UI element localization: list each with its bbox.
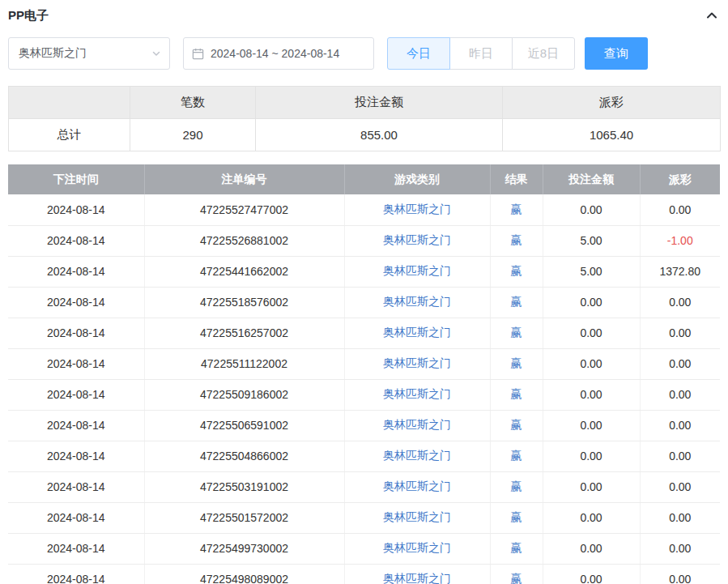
summary-total-payout: 1065.40 — [503, 119, 721, 151]
bet-id-cell: 47225518576002 — [144, 287, 344, 318]
column-header-bet-id: 注单编号 — [144, 164, 344, 194]
result-cell: 赢 — [490, 533, 543, 564]
last-8-days-button[interactable]: 近8日 — [512, 37, 575, 70]
result-cell: 赢 — [490, 225, 543, 256]
bet-amount-cell: 0.00 — [543, 287, 640, 318]
bet-id-cell: 47225504866002 — [144, 441, 344, 471]
bet-table-header-row: 下注时间 注单编号 游戏类别 结果 投注金额 派彩 — [8, 164, 720, 194]
game-category-cell[interactable]: 奥林匹斯之门 — [344, 348, 490, 379]
payout-cell: 0.00 — [640, 564, 720, 584]
table-row: 2024-08-1447225503191002奥林匹斯之门赢0.000.00 — [8, 471, 720, 502]
game-category-cell[interactable]: 奥林匹斯之门 — [344, 441, 490, 471]
panel-header: PP电子 — [8, 6, 720, 24]
summary-table: 笔数 投注金额 派彩 总计 290 855.00 1065.40 — [8, 86, 721, 151]
chevron-down-icon — [151, 49, 161, 58]
bet-id-cell: 47225498089002 — [144, 564, 344, 584]
game-select[interactable]: 奥林匹斯之门 — [8, 37, 170, 70]
bet-amount-cell: 0.00 — [543, 194, 640, 225]
bet-id-cell: 47225503191002 — [144, 471, 344, 502]
payout-cell: 0.00 — [640, 533, 720, 564]
summary-header-bet-amount: 投注金额 — [256, 87, 503, 119]
bet-table-body: 2024-08-1447225527477002奥林匹斯之门赢0.000.002… — [8, 194, 720, 584]
game-category-cell[interactable]: 奥林匹斯之门 — [344, 564, 490, 584]
table-row: 2024-08-1447225501572002奥林匹斯之门赢0.000.00 — [8, 502, 720, 533]
table-row: 2024-08-1447225527477002奥林匹斯之门赢0.000.00 — [8, 194, 720, 225]
bet-time-cell: 2024-08-14 — [8, 318, 144, 348]
today-button[interactable]: 今日 — [387, 37, 450, 70]
payout-cell: 1372.80 — [640, 256, 720, 287]
page-title: PP电子 — [8, 8, 49, 23]
bet-id-cell: 47225499730002 — [144, 533, 344, 564]
result-cell: 赢 — [490, 471, 543, 502]
pp-electronic-panel: PP电子 奥林匹斯之门 2024-08-14 ~ 2024-08-14 今日 — [0, 0, 728, 584]
bet-amount-cell: 5.00 — [543, 256, 640, 287]
result-cell: 赢 — [490, 318, 543, 348]
result-cell: 赢 — [490, 564, 543, 584]
game-category-cell[interactable]: 奥林匹斯之门 — [344, 379, 490, 410]
table-row: 2024-08-1447225441662002奥林匹斯之门赢5.001372.… — [8, 256, 720, 287]
game-category-cell[interactable]: 奥林匹斯之门 — [344, 410, 490, 441]
result-cell: 赢 — [490, 287, 543, 318]
table-row: 2024-08-1447225518576002奥林匹斯之门赢0.000.00 — [8, 287, 720, 318]
bet-time-cell: 2024-08-14 — [8, 256, 144, 287]
summary-header-row: 笔数 投注金额 派彩 — [9, 87, 721, 119]
payout-cell: 0.00 — [640, 194, 720, 225]
collapse-button[interactable] — [704, 7, 720, 23]
result-cell: 赢 — [490, 256, 543, 287]
bet-time-cell: 2024-08-14 — [8, 348, 144, 379]
quick-date-button-group: 今日 昨日 近8日 — [387, 37, 575, 70]
payout-cell: 0.00 — [640, 471, 720, 502]
game-category-cell[interactable]: 奥林匹斯之门 — [344, 194, 490, 225]
bet-amount-cell: 5.00 — [543, 225, 640, 256]
table-row: 2024-08-1447225516257002奥林匹斯之门赢0.000.00 — [8, 318, 720, 348]
bet-time-cell: 2024-08-14 — [8, 379, 144, 410]
table-row: 2024-08-1447225499730002奥林匹斯之门赢0.000.00 — [8, 533, 720, 564]
filter-bar: 奥林匹斯之门 2024-08-14 ~ 2024-08-14 今日 昨日 近8日… — [8, 37, 720, 70]
summary-header-payout: 派彩 — [503, 87, 721, 119]
bet-time-cell: 2024-08-14 — [8, 287, 144, 318]
game-category-cell[interactable]: 奥林匹斯之门 — [344, 225, 490, 256]
bet-amount-cell: 0.00 — [543, 564, 640, 584]
summary-total-row: 总计 290 855.00 1065.40 — [9, 119, 721, 151]
bet-id-cell: 47225511122002 — [144, 348, 344, 379]
bet-amount-cell: 0.00 — [543, 441, 640, 471]
date-range-value: 2024-08-14 ~ 2024-08-14 — [211, 47, 339, 60]
bet-amount-cell: 0.00 — [543, 533, 640, 564]
payout-cell: 0.00 — [640, 379, 720, 410]
summary-header-empty — [9, 87, 130, 119]
bet-time-cell: 2024-08-14 — [8, 194, 144, 225]
bet-time-cell: 2024-08-14 — [8, 441, 144, 471]
bet-amount-cell: 0.00 — [543, 379, 640, 410]
bet-time-cell: 2024-08-14 — [8, 502, 144, 533]
bet-amount-cell: 0.00 — [543, 502, 640, 533]
yesterday-button[interactable]: 昨日 — [449, 37, 513, 70]
bet-id-cell: 47225506591002 — [144, 410, 344, 441]
game-category-cell[interactable]: 奥林匹斯之门 — [344, 318, 490, 348]
table-row: 2024-08-1447225504866002奥林匹斯之门赢0.000.00 — [8, 441, 720, 471]
game-category-cell[interactable]: 奥林匹斯之门 — [344, 471, 490, 502]
bet-id-cell: 47225527477002 — [144, 194, 344, 225]
column-header-game-category: 游戏类别 — [344, 164, 490, 194]
bet-time-cell: 2024-08-14 — [8, 564, 144, 584]
search-button[interactable]: 查询 — [585, 37, 648, 70]
table-row: 2024-08-1447225509186002奥林匹斯之门赢0.000.00 — [8, 379, 720, 410]
bet-amount-cell: 0.00 — [543, 471, 640, 502]
result-cell: 赢 — [490, 502, 543, 533]
table-row: 2024-08-1447225526881002奥林匹斯之门赢5.00-1.00 — [8, 225, 720, 256]
summary-total-bet: 855.00 — [256, 119, 503, 151]
bet-id-cell: 47225501572002 — [144, 502, 344, 533]
table-row: 2024-08-1447225506591002奥林匹斯之门赢0.000.00 — [8, 410, 720, 441]
bet-id-cell: 47225441662002 — [144, 256, 344, 287]
game-category-cell[interactable]: 奥林匹斯之门 — [344, 256, 490, 287]
result-cell: 赢 — [490, 410, 543, 441]
bet-amount-cell: 0.00 — [543, 318, 640, 348]
game-select-value: 奥林匹斯之门 — [19, 46, 87, 61]
game-category-cell[interactable]: 奥林匹斯之门 — [344, 533, 490, 564]
table-row: 2024-08-1447225511122002奥林匹斯之门赢0.000.00 — [8, 348, 720, 379]
column-header-bet-amount: 投注金额 — [543, 164, 640, 194]
date-range-input[interactable]: 2024-08-14 ~ 2024-08-14 — [183, 37, 374, 70]
game-category-cell[interactable]: 奥林匹斯之门 — [344, 287, 490, 318]
summary-total-label: 总计 — [9, 119, 130, 151]
bet-time-cell: 2024-08-14 — [8, 410, 144, 441]
game-category-cell[interactable]: 奥林匹斯之门 — [344, 502, 490, 533]
